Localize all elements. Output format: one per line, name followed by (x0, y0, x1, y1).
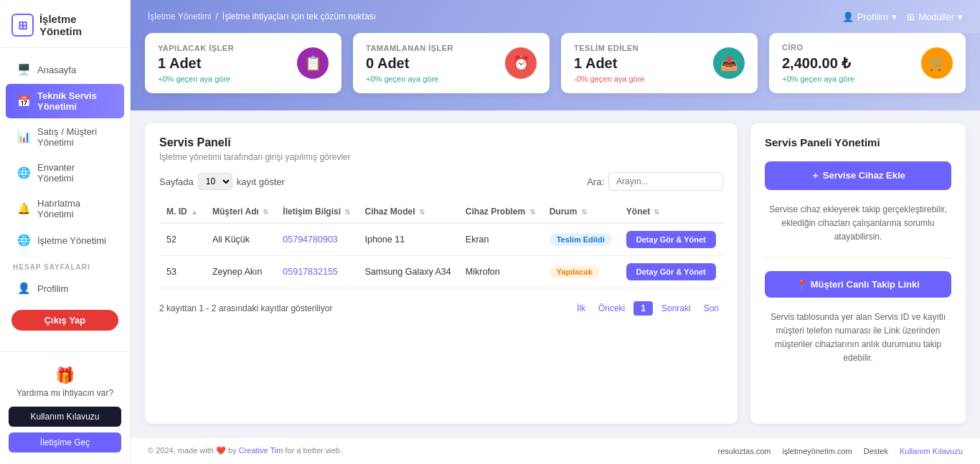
cell-durum: Teslim Edildi (542, 223, 619, 256)
stat-left: CİRO 2,400.00 ₺ +0% geçen aya göre (782, 43, 854, 83)
sidebar-item-label: Hatırlatma Yönetimi (37, 198, 113, 219)
footer: © 2024, made with ❤️ by Creative Tim for… (131, 437, 980, 464)
user-icon: 👤 (17, 282, 30, 295)
calendar-icon: 📅 (17, 95, 30, 108)
sidebar-item-hatirlatma[interactable]: 🔔 Hatırlatma Yönetimi (6, 191, 124, 226)
logo-icon: ⊞ (11, 14, 34, 37)
cell-problem: Mikrofon (458, 256, 542, 288)
footer-link-resuloztas[interactable]: resuloztas.com (718, 447, 771, 455)
search-label: Ara: (587, 176, 604, 187)
sidebar-item-label: Satış / Müşteri Yönetimi (37, 126, 113, 148)
globe2-icon: 🌐 (17, 234, 30, 247)
help-guide-button[interactable]: Kullanım Kılavuzu (9, 407, 121, 427)
sidebar-item-anasayfa[interactable]: 🖥️ Anasayfa (6, 57, 124, 82)
help-section: 🎁 Yardıma mı ihtiyacın var? (17, 361, 113, 401)
sidebar-section-label: HESAP SAYFALARI (0, 255, 130, 274)
page-number: 1 (633, 301, 653, 316)
cell-id: 52 (159, 223, 205, 256)
profile-label: Profilim (857, 11, 888, 22)
stat-card-yapilacak: YAPILACAK İŞLER 1 Adet +0% geçen aya gör… (145, 33, 341, 93)
pagination-info: 2 kayıttan 1 - 2 arasındaki kayıtlar gös… (159, 303, 332, 313)
stat-change: +0% geçen aya göre (366, 75, 453, 83)
creative-tim-link[interactable]: Creative Tim (239, 446, 283, 455)
footer-link-kilavuz[interactable]: Kullanım Kılavuzu (900, 447, 963, 455)
breadcrumb-current: İşletme ihtiyaçları için tek çözüm nokta… (222, 11, 376, 22)
col-musteri: Müşteri Adı ⇅ (205, 201, 275, 223)
footer-link-isletme[interactable]: işletmeyönetim.com (783, 447, 852, 455)
detail-button[interactable]: Detay Gör & Yönet (626, 231, 716, 248)
stat-label: CİRO (782, 43, 854, 52)
records-label: Sayfada (159, 176, 194, 187)
sort-icon: ▲ (191, 208, 198, 216)
cell-musteri: Zeynep Akın (205, 256, 275, 288)
tracking-desc: Servis tablosunda yer alan Servis ID ve … (765, 311, 951, 366)
sidebar-item-isletme[interactable]: 🌐 İşletme Yönetimi (6, 227, 124, 253)
stat-label: TESLİM EDİLEN (574, 44, 644, 52)
detail-button[interactable]: Detay Gör & Yönet (626, 263, 716, 280)
stat-value: 1 Adet (158, 55, 234, 72)
divider (765, 257, 951, 258)
sidebar-item-teknik-servis[interactable]: 📅 Teknik Servis Yönetimi (6, 84, 124, 118)
sidebar-item-profilim[interactable]: 👤 Profilim (6, 275, 124, 301)
table-row: 52 Ali Küçük 05794780903 Iphone 11 Ekran… (159, 223, 723, 256)
hero-section: YAPILACAK İŞLER 1 Adet +0% geçen aya gör… (131, 33, 980, 110)
stat-change: +0% geçen aya göre (158, 75, 234, 83)
col-problem: Cihaz Problem ⇅ (458, 201, 542, 223)
logout-button[interactable]: Çıkış Yap (11, 310, 118, 331)
contact-button[interactable]: İletişime Geç (9, 432, 121, 453)
sidebar-item-label: Envanter Yönetimi (37, 162, 113, 184)
col-cihaz: Cihaz Model ⇅ (357, 201, 458, 223)
stat-icon: 📤 (713, 47, 745, 79)
pagination-last-button[interactable]: Son (699, 302, 723, 315)
sidebar-bottom: 🎁 Yardıma mı ihtiyacın var? Kullanım Kıl… (0, 351, 130, 464)
sidebar-item-label: Teknik Servis Yönetimi (37, 90, 113, 112)
phone-link[interactable]: 05917832155 (283, 267, 337, 277)
gift-icon: 🎁 (17, 366, 113, 385)
help-text: Yardıma mı ihtiyacın var? (17, 388, 113, 398)
breadcrumb-root[interactable]: İşletme Yönetimi (148, 11, 211, 22)
table-header: M. ID ▲ Müşteri Adı ⇅ İletişim Bilgisi ⇅… (159, 201, 723, 223)
stat-value: 0 Adet (366, 55, 453, 72)
records-select[interactable]: 10 25 50 (198, 173, 232, 190)
grid-icon: ⊞ (907, 11, 915, 22)
stat-icon: ⏰ (505, 47, 537, 79)
pagination-first-button[interactable]: İlk (573, 302, 590, 315)
status-badge: Teslim Edildi (550, 233, 612, 246)
footer-copy: © 2024, made with ❤️ by Creative Tim for… (148, 446, 342, 455)
pagination-prev-button[interactable]: Önceki (594, 302, 629, 315)
phone-link[interactable]: 05794780903 (283, 235, 337, 245)
col-yonet: Yönet ⇅ (619, 201, 723, 223)
stat-label: TAMAMLANAN İŞLER (366, 44, 453, 52)
sort-icon: ⇅ (529, 208, 535, 216)
breadcrumb-separator: / (215, 11, 217, 22)
stat-card-tamamlanan: TAMAMLANAN İŞLER 0 Adet +0% geçen aya gö… (353, 33, 550, 93)
modules-button[interactable]: ⊞ Modüller ▾ (907, 11, 963, 22)
tracking-link-button[interactable]: 📍 Müşteri Canlı Takip Linki (765, 271, 951, 298)
heart-icon: ❤️ (216, 446, 226, 455)
panel-title: Servis Paneli (159, 136, 723, 149)
stat-left: YAPILACAK İŞLER 1 Adet +0% geçen aya gör… (158, 44, 234, 83)
pagination-next-button[interactable]: Sonraki (657, 302, 695, 315)
add-device-button[interactable]: ＋ Servise Cihaz Ekle (765, 161, 951, 190)
cell-problem: Ekran (458, 223, 542, 256)
cell-iletisim: 05917832155 (275, 256, 357, 288)
stat-card-teslim: TESLİM EDİLEN 1 Adet -0% geçen aya göre … (561, 33, 758, 93)
bell-icon: 🔔 (17, 202, 30, 215)
footer-link-destek[interactable]: Destek (864, 447, 888, 455)
sidebar-item-satis-musteri[interactable]: 📊 Satış / Müşteri Yönetimi (6, 120, 124, 154)
records-per-page: Sayfada 10 25 50 kayıt göster (159, 173, 285, 190)
cell-durum: Yapılacak (542, 256, 619, 288)
pagination-text: 2 kayıttan 1 - 2 arasındaki kayıtlar gös… (159, 303, 332, 313)
sidebar-logo: ⊞ İşletme Yönetim (0, 0, 130, 48)
profile-button[interactable]: 👤 Profilim ▾ (842, 11, 897, 22)
stat-change: -0% geçen aya göre (574, 75, 644, 83)
search-input[interactable] (608, 172, 723, 191)
sidebar-item-envanter[interactable]: 🌐 Envanter Yönetimi (6, 156, 124, 190)
footer-links: resuloztas.com işletmeyönetim.com Destek… (718, 447, 963, 455)
modules-label: Modüller (918, 11, 954, 22)
cell-id: 53 (159, 256, 205, 288)
sort-icon: ⇅ (419, 208, 425, 216)
globe-icon: 🌐 (17, 166, 30, 179)
servis-table: M. ID ▲ Müşteri Adı ⇅ İletişim Bilgisi ⇅… (159, 201, 723, 288)
content-area: Servis Paneli İşletme yönetimi tarafında… (131, 110, 980, 437)
